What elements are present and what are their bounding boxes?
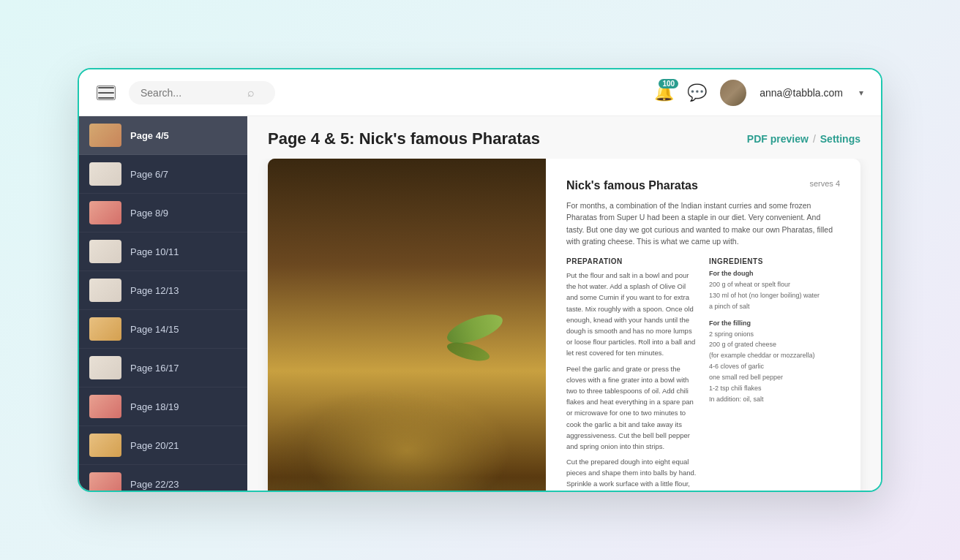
recipe-columns: PREPARATION Put the flour and salt in a …: [566, 257, 840, 491]
search-input[interactable]: [140, 87, 243, 99]
sidebar-thumb: [89, 395, 121, 418]
thumb-color: [89, 279, 121, 302]
sidebar-label: Page 4/5: [130, 130, 169, 141]
sidebar-item-page-20-21[interactable]: Page 20/21: [79, 426, 247, 465]
search-bar[interactable]: ⌕: [129, 81, 275, 105]
recipe-image-column: [268, 159, 546, 491]
preview-area: Nick's famous Pharatas serves 4 For mont…: [247, 159, 881, 491]
separator: /: [813, 133, 816, 145]
thumb-color: [89, 240, 121, 263]
sidebar-thumb: [89, 434, 121, 457]
recipe-serves: serves 4: [809, 179, 840, 188]
thumb-color: [89, 434, 121, 457]
preparation-title: PREPARATION: [566, 257, 697, 265]
user-email: anna@tabbla.com: [760, 87, 843, 99]
filling-subtitle: For the filling: [709, 319, 840, 327]
sidebar-item-page-18-19[interactable]: Page 18/19: [79, 387, 247, 426]
settings-link[interactable]: Settings: [820, 133, 860, 145]
sidebar-label: Page 18/19: [130, 401, 179, 412]
search-icon: ⌕: [247, 86, 255, 99]
sidebar-label: Page 12/13: [130, 285, 179, 296]
thumb-color: [89, 162, 121, 186]
sidebar-thumb: [89, 201, 121, 224]
thumb-color: [89, 472, 121, 491]
sidebar-label: Page 22/23: [130, 479, 179, 490]
content-actions: PDF preview / Settings: [747, 133, 860, 145]
app-window: ⌕ 🔔 100 💬 anna@tabbla.com ▾ Page 4/5: [78, 68, 882, 492]
page-title: Page 4 & 5: Nick's famous Pharatas: [268, 129, 540, 148]
thumb-color: [89, 356, 121, 379]
ingredients-title: INGREDIENTS: [709, 257, 840, 265]
header: ⌕ 🔔 100 💬 anna@tabbla.com ▾: [79, 69, 881, 116]
food-visual: [268, 159, 546, 491]
content: Page 4 & 5: Nick's famous Pharatas PDF p…: [247, 116, 881, 491]
user-menu-dropdown[interactable]: ▾: [859, 88, 863, 98]
sidebar-item-page-6-7[interactable]: Page 6/7: [79, 155, 247, 194]
thumb-color: [89, 124, 121, 147]
thumb-color: [89, 395, 121, 418]
sidebar: Page 4/5 Page 6/7 Page 8/9 Page 10/11 Pa…: [79, 116, 247, 491]
sidebar-thumb: [89, 162, 121, 186]
main-area: Page 4/5 Page 6/7 Page 8/9 Page 10/11 Pa…: [79, 116, 881, 491]
sidebar-label: Page 16/17: [130, 363, 179, 374]
filling-section: For the filling 2 spring onions200 g of …: [709, 319, 840, 405]
content-header: Page 4 & 5: Nick's famous Pharatas PDF p…: [247, 116, 881, 159]
sidebar-item-page-22-23[interactable]: Page 22/23: [79, 465, 247, 491]
header-right: 🔔 100 💬 anna@tabbla.com ▾: [654, 80, 863, 106]
sidebar-thumb: [89, 317, 121, 341]
recipe-description: For months, a combination of the Indian …: [566, 200, 840, 247]
thumb-color: [89, 317, 121, 341]
thumb-color: [89, 201, 121, 224]
hamburger-button[interactable]: [97, 86, 116, 100]
recipe-title-row: Nick's famous Pharatas serves 4: [566, 179, 840, 192]
sidebar-label: Page 20/21: [130, 440, 179, 451]
dough-subtitle: For the dough: [709, 270, 840, 277]
sidebar-thumb: [89, 279, 121, 302]
sidebar-item-page-8-9[interactable]: Page 8/9: [79, 194, 247, 232]
sidebar-item-page-14-15[interactable]: Page 14/15: [79, 310, 247, 349]
sidebar-item-page-12-13[interactable]: Page 12/13: [79, 271, 247, 310]
sidebar-thumb: [89, 472, 121, 491]
recipe-name: Nick's famous Pharatas: [566, 179, 698, 192]
chat-button[interactable]: 💬: [687, 83, 707, 102]
sidebar-item-page-10-11[interactable]: Page 10/11: [79, 232, 247, 271]
preparation-text: Put the flour and salt in a bowl and pou…: [566, 270, 697, 491]
ingredients-column: INGREDIENTS For the dough 200 g of wheat…: [709, 257, 840, 491]
preparation-column: PREPARATION Put the flour and salt in a …: [566, 257, 697, 491]
dough-items: 200 g of wheat or spelt flour130 ml of h…: [709, 279, 840, 312]
avatar: [720, 80, 746, 106]
sidebar-item-page-16-17[interactable]: Page 16/17: [79, 349, 247, 387]
sidebar-thumb: [89, 124, 121, 147]
avatar-image: [720, 80, 746, 106]
sidebar-label: Page 6/7: [130, 169, 168, 180]
sidebar-label: Page 14/15: [130, 324, 179, 335]
filling-items: 2 spring onions200 g of grated cheese(fo…: [709, 329, 840, 405]
sidebar-thumb: [89, 240, 121, 263]
sidebar-item-page-4-5[interactable]: Page 4/5: [79, 116, 247, 155]
pdf-preview-link[interactable]: PDF preview: [747, 133, 809, 145]
recipe-image: [268, 159, 546, 491]
notification-button[interactable]: 🔔 100: [654, 83, 674, 102]
notification-badge: 100: [659, 79, 678, 88]
dough-section: For the dough 200 g of wheat or spelt fl…: [709, 270, 840, 312]
sidebar-label: Page 8/9: [130, 208, 168, 219]
recipe-card: Nick's famous Pharatas serves 4 For mont…: [268, 159, 860, 491]
sidebar-label: Page 10/11: [130, 246, 179, 257]
sidebar-thumb: [89, 356, 121, 379]
recipe-text-column: Nick's famous Pharatas serves 4 For mont…: [546, 159, 860, 491]
